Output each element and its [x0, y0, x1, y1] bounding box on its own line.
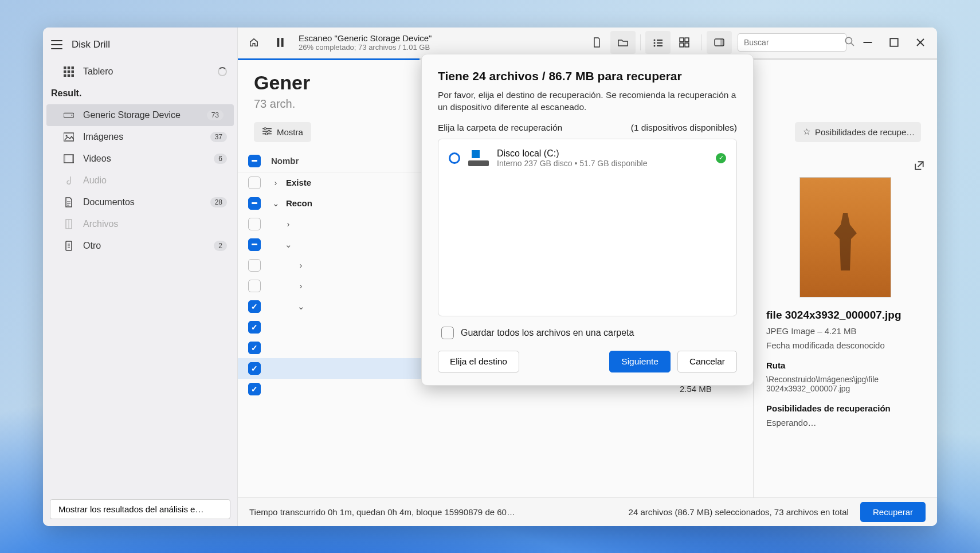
folder-view-button[interactable] [610, 31, 636, 54]
sidebar-item-images[interactable]: Imágenes 37 [43, 126, 237, 148]
sidebar-item-videos[interactable]: Videos 6 [43, 148, 237, 170]
modal-choose-label: Elija la carpeta de recuperación [438, 123, 562, 133]
row-checkbox[interactable] [248, 259, 261, 272]
destination-list: Disco local (C:) Interno 237 GB disco • … [438, 139, 737, 316]
svg-rect-21 [657, 40, 663, 41]
row-checkbox[interactable] [248, 280, 261, 292]
expand-caret[interactable]: › [270, 178, 281, 187]
row-checkbox[interactable] [248, 342, 261, 354]
svg-rect-3 [64, 70, 66, 73]
row-checkbox[interactable] [248, 197, 261, 210]
row-checkbox[interactable] [248, 238, 261, 251]
svg-rect-31 [720, 39, 724, 46]
select-all-checkbox[interactable] [248, 155, 261, 167]
sidebar-item-label: Archivos [83, 219, 118, 229]
svg-point-24 [654, 45, 656, 47]
sidebar-item-label: Videos [83, 154, 111, 164]
close-button[interactable] [907, 31, 934, 54]
scan-title: Escaneo "Generic Storage Device" [299, 33, 432, 43]
row-checkbox[interactable] [248, 218, 261, 230]
status-elapsed: Tiempo transcurrido 0h 1m, quedan 0h 4m,… [249, 507, 515, 517]
check-ok-icon: ✓ [716, 153, 726, 163]
file-size: 2.54 MB [680, 384, 743, 394]
search-icon [844, 36, 854, 49]
other-icon [62, 241, 75, 251]
svg-rect-9 [64, 113, 74, 117]
destination-item[interactable]: Disco local (C:) Interno 237 GB disco • … [443, 144, 732, 172]
expand-caret[interactable]: › [295, 260, 307, 270]
file-view-button[interactable] [584, 31, 609, 54]
hamburger-icon[interactable] [51, 40, 62, 49]
svg-point-35 [268, 130, 271, 132]
list-view-button[interactable] [645, 31, 671, 54]
grid-view-button[interactable] [672, 31, 697, 54]
svg-rect-2 [72, 66, 75, 69]
archive-icon [62, 219, 75, 229]
svg-point-22 [654, 42, 656, 44]
svg-rect-1 [68, 66, 70, 69]
cancel-button[interactable]: Cancelar [677, 351, 737, 372]
details-path-label: Ruta [766, 360, 924, 370]
svg-point-12 [66, 135, 68, 136]
next-button[interactable]: Siguiente [609, 351, 671, 372]
minimize-button[interactable] [854, 31, 881, 54]
svg-rect-5 [72, 70, 75, 73]
expand-caret[interactable]: › [283, 219, 294, 229]
search-box[interactable] [738, 33, 846, 52]
filter-recovery-chances[interactable]: ☆ Posibilidades de recupe… [795, 122, 921, 142]
sidebar-item-other[interactable]: Otro 2 [43, 235, 237, 257]
recovery-destination-dialog: Tiene 24 archivos / 86.7 MB para recuper… [421, 54, 754, 386]
pause-button[interactable] [268, 31, 293, 54]
sidebar-dashboard[interactable]: Tablero [43, 61, 237, 83]
sidebar-item-label: Documentos [83, 197, 135, 207]
sidebar-item-device[interactable]: Generic Storage Device 73 [46, 104, 234, 126]
disk-icon [468, 150, 489, 166]
expand-caret[interactable]: ⌄ [270, 198, 281, 209]
filter-show[interactable]: Mostra [254, 122, 311, 142]
maximize-button[interactable] [881, 31, 907, 54]
details-meta: JPEG Image – 4.21 MB [766, 326, 924, 336]
svg-rect-4 [68, 70, 70, 73]
status-bar: Tiempo transcurrido 0h 1m, quedan 0h 4m,… [238, 497, 937, 526]
svg-rect-14 [64, 155, 65, 163]
expand-caret[interactable]: › [295, 281, 307, 291]
expand-caret[interactable]: ⌄ [295, 301, 307, 312]
radio-selected[interactable] [449, 152, 460, 164]
sidebar-badge: 28 [210, 197, 227, 207]
row-checkbox[interactable] [248, 383, 261, 395]
details-panel: file 3024x3932_000007.jpg JPEG Image – 4… [754, 150, 937, 497]
svg-rect-25 [657, 45, 663, 46]
details-path: \Reconstruido\Imágenes\jpg\file 3024x393… [766, 375, 924, 393]
sidebar-item-documents[interactable]: Documentos 28 [43, 191, 237, 213]
svg-rect-8 [72, 74, 75, 77]
app-window: Disk Drill Tablero Result. Generic Stora… [43, 28, 937, 526]
row-checkbox[interactable] [248, 362, 261, 375]
sidebar-item-audio[interactable]: Audio [43, 170, 237, 191]
home-button[interactable] [241, 31, 266, 54]
svg-rect-18 [277, 38, 279, 47]
svg-rect-27 [685, 38, 689, 42]
row-checkbox[interactable] [248, 177, 261, 189]
expand-caret[interactable]: ⌄ [283, 240, 294, 250]
sidebar-result-header: Result. [43, 83, 237, 104]
popout-icon[interactable] [914, 160, 924, 172]
panel-toggle-button[interactable] [707, 31, 732, 54]
save-all-checkbox[interactable] [441, 327, 454, 339]
search-input[interactable] [744, 38, 844, 47]
drive-icon [62, 110, 75, 120]
svg-point-34 [264, 127, 266, 130]
svg-rect-19 [281, 38, 284, 47]
row-checkbox[interactable] [248, 321, 261, 334]
sidebar: Disk Drill Tablero Result. Generic Stora… [43, 28, 238, 526]
sidebar-item-archives[interactable]: Archivos [43, 213, 237, 235]
image-icon [62, 132, 75, 142]
row-checkbox[interactable] [248, 300, 261, 313]
recover-button[interactable]: Recuperar [860, 502, 926, 522]
content-area: Escaneo "Generic Storage Device" 26% com… [238, 28, 937, 526]
sidebar-item-label: Imágenes [83, 132, 123, 142]
svg-point-36 [265, 132, 268, 135]
video-icon [62, 154, 75, 164]
save-all-label: Guardar todos los archivos en una carpet… [461, 328, 634, 338]
choose-destination-button[interactable]: Elija el destino [438, 351, 519, 372]
show-results-button[interactable]: Mostrar los resultados del análisis e… [50, 499, 230, 519]
